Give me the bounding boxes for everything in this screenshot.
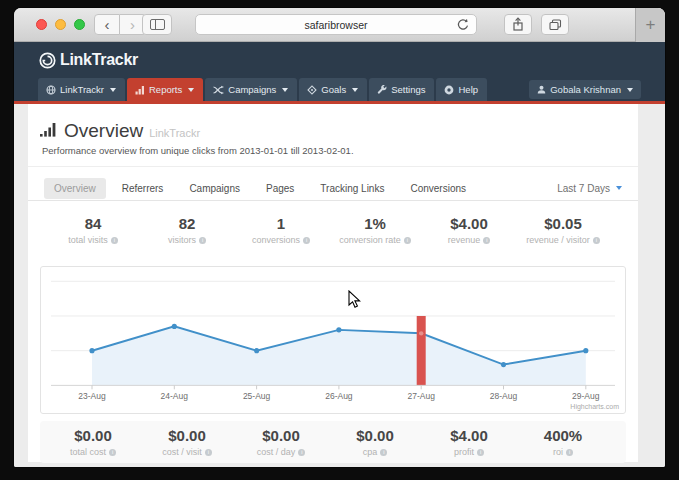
chevron-down-icon bbox=[282, 88, 288, 92]
app-logo-text: LinkTrackr bbox=[60, 51, 138, 69]
tab-referrers[interactable]: Referrers bbox=[112, 178, 174, 199]
page-header: Overview LinkTrackr Performance overview… bbox=[28, 104, 638, 167]
chart-svg: 23-Aug24-Aug25-Aug26-Aug27-Aug28-Aug29-A… bbox=[41, 267, 625, 413]
stat-profit: $4.00 profiti bbox=[422, 427, 516, 457]
user-name: Gobala Krishnan bbox=[550, 84, 621, 95]
sidebar-toggle-button[interactable] bbox=[142, 14, 172, 35]
stats-bottom-row: $0.00 total costi $0.00 cost / visiti $0… bbox=[40, 421, 626, 463]
stats-top-row: 84 total visitsi 82 visitorsi 1 conversi… bbox=[28, 201, 638, 245]
nav-label: LinkTrackr bbox=[60, 84, 104, 95]
reload-icon[interactable] bbox=[455, 18, 469, 36]
stat-revenue-visitor: $0.05 revenue / visitori bbox=[516, 215, 610, 245]
info-icon[interactable]: i bbox=[205, 449, 212, 456]
app-header: LinkTrackr bbox=[14, 42, 665, 78]
info-icon[interactable]: i bbox=[298, 449, 305, 456]
page-title-brand: LinkTrackr bbox=[149, 127, 200, 139]
user-menu[interactable]: Gobala Krishnan bbox=[529, 80, 641, 99]
info-icon[interactable]: i bbox=[111, 237, 118, 244]
address-bar[interactable]: safaribrowser bbox=[195, 14, 477, 35]
stat-cost-day: $0.00 cost / dayi bbox=[234, 427, 328, 457]
nav-item-help[interactable]: Help bbox=[436, 78, 487, 101]
info-icon[interactable]: i bbox=[483, 237, 490, 244]
share-button[interactable] bbox=[504, 14, 532, 35]
page-subtitle: Performance overview from unique clicks … bbox=[42, 145, 622, 156]
globe-icon bbox=[46, 85, 56, 95]
zoom-window-button[interactable] bbox=[74, 19, 85, 30]
share-icon bbox=[511, 17, 525, 32]
svg-text:27-Aug: 27-Aug bbox=[407, 391, 435, 401]
visits-chart[interactable]: 23-Aug24-Aug25-Aug26-Aug27-Aug28-Aug29-A… bbox=[40, 266, 626, 414]
nav-label: Help bbox=[458, 84, 478, 95]
info-icon[interactable]: i bbox=[593, 237, 600, 244]
tab-conversions[interactable]: Conversions bbox=[400, 178, 476, 199]
bar-chart-icon bbox=[135, 85, 145, 95]
tab-overview[interactable]: Overview bbox=[44, 178, 106, 199]
info-icon[interactable]: i bbox=[477, 449, 484, 456]
report-tabs: Overview Referrers Campaigns Pages Track… bbox=[28, 167, 638, 201]
info-icon[interactable]: i bbox=[109, 449, 116, 456]
traffic-lights bbox=[36, 19, 85, 30]
browser-window: ‹ › safaribrowser bbox=[14, 8, 665, 467]
nav-item-settings[interactable]: Settings bbox=[369, 78, 434, 101]
stat-conversions: 1 conversionsi bbox=[234, 215, 328, 245]
stat-total-visits: 84 total visitsi bbox=[46, 215, 140, 245]
screenshot-matte: ‹ › safaribrowser bbox=[0, 0, 679, 480]
show-tabs-button[interactable] bbox=[541, 14, 569, 35]
stat-cost-visit: $0.00 cost / visiti bbox=[140, 427, 234, 457]
nav-item-goals[interactable]: Goals bbox=[299, 78, 367, 101]
nav-item-reports[interactable]: Reports bbox=[127, 78, 203, 101]
stat-cpa: $0.00 cpai bbox=[328, 427, 422, 457]
close-window-button[interactable] bbox=[36, 19, 47, 30]
url-text: safaribrowser bbox=[304, 19, 367, 31]
chevron-down-icon bbox=[627, 88, 633, 92]
chevron-down-icon bbox=[616, 186, 622, 190]
life-ring-icon bbox=[444, 85, 454, 95]
stat-roi: 400% roii bbox=[516, 427, 610, 457]
tab-tracking-links[interactable]: Tracking Links bbox=[310, 178, 394, 199]
nav-item-linktrackr[interactable]: LinkTrackr bbox=[38, 78, 125, 101]
nav-label: Settings bbox=[391, 84, 425, 95]
tab-campaigns[interactable]: Campaigns bbox=[179, 178, 250, 199]
nav-label: Campaigns bbox=[228, 84, 276, 95]
shuffle-icon bbox=[213, 85, 224, 95]
app-logo[interactable]: LinkTrackr bbox=[38, 51, 138, 70]
info-icon[interactable]: i bbox=[199, 237, 206, 244]
svg-text:28-Aug: 28-Aug bbox=[490, 391, 518, 401]
chevron-down-icon bbox=[352, 88, 358, 92]
svg-text:24-Aug: 24-Aug bbox=[161, 391, 189, 401]
stat-revenue: $4.00 revenuei bbox=[422, 215, 516, 245]
svg-text:23-Aug: 23-Aug bbox=[78, 391, 106, 401]
new-tab-button[interactable]: + bbox=[635, 8, 665, 42]
user-icon bbox=[537, 85, 546, 94]
minimize-window-button[interactable] bbox=[55, 19, 66, 30]
tab-pages[interactable]: Pages bbox=[256, 178, 304, 199]
tabs-icon bbox=[548, 18, 563, 32]
svg-text:25-Aug: 25-Aug bbox=[243, 391, 271, 401]
stat-conversion-rate: 1% conversion ratei bbox=[328, 215, 422, 245]
browser-toolbar: ‹ › safaribrowser bbox=[14, 8, 665, 42]
browser-back-button[interactable]: ‹ bbox=[94, 14, 120, 35]
nav-label: Goals bbox=[321, 84, 346, 95]
info-icon[interactable]: i bbox=[380, 449, 387, 456]
svg-text:26-Aug: 26-Aug bbox=[325, 391, 353, 401]
diamond-icon bbox=[307, 85, 317, 95]
content-panel: Overview LinkTrackr Performance overview… bbox=[28, 104, 638, 462]
overview-chart-icon bbox=[40, 122, 58, 137]
stat-total-cost: $0.00 total costi bbox=[46, 427, 140, 457]
chevron-down-icon bbox=[188, 88, 194, 92]
chart-credit[interactable]: Highcharts.com bbox=[570, 403, 619, 410]
sidebar-icon bbox=[150, 19, 165, 30]
info-icon[interactable]: i bbox=[303, 237, 310, 244]
nav-label: Reports bbox=[149, 84, 182, 95]
app-nav: LinkTrackr Reports Campai bbox=[14, 78, 665, 101]
info-icon[interactable]: i bbox=[566, 449, 573, 456]
wrench-icon bbox=[377, 85, 387, 95]
nav-item-campaigns[interactable]: Campaigns bbox=[205, 78, 297, 101]
chevron-down-icon bbox=[110, 88, 116, 92]
page-body: Overview LinkTrackr Performance overview… bbox=[14, 104, 665, 467]
stat-visitors: 82 visitorsi bbox=[140, 215, 234, 245]
svg-text:29-Aug: 29-Aug bbox=[572, 391, 600, 401]
date-range-label: Last 7 Days bbox=[557, 183, 610, 194]
info-icon[interactable]: i bbox=[404, 237, 411, 244]
date-range-dropdown[interactable]: Last 7 Days bbox=[557, 183, 622, 194]
